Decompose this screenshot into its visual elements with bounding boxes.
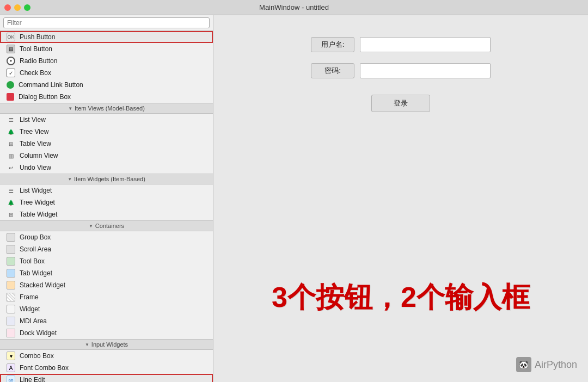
sidebar-item-tool-button[interactable]: ▤ Tool Button bbox=[0, 43, 213, 55]
sidebar-item-list-widget[interactable]: ☰ List Widget bbox=[0, 184, 213, 196]
tab-widget-label: Tab Widget bbox=[20, 269, 52, 277]
line-edit-label: Line Edit bbox=[20, 376, 45, 382]
sidebar-item-font-combo-box[interactable]: A Font Combo Box bbox=[0, 362, 213, 374]
tree-view-icon: 🌲 bbox=[7, 127, 15, 136]
dialog-button-label: Dialog Button Box bbox=[19, 93, 71, 101]
undo-view-icon: ↩ bbox=[7, 163, 15, 172]
list-view-label: List View bbox=[20, 116, 46, 124]
sidebar-item-frame[interactable]: Frame bbox=[0, 291, 213, 303]
username-input[interactable] bbox=[360, 37, 491, 52]
right-panel: 用户名: 密码: 登录 3个按钮，2个输入框 🐼 AirPython bbox=[213, 15, 588, 382]
watermark-icon: 🐼 bbox=[516, 357, 531, 372]
sidebar-item-dialog-button-box[interactable]: Dialog Button Box bbox=[0, 91, 213, 103]
combo-box-icon: ▾ bbox=[7, 352, 15, 360]
list-widget-label: List Widget bbox=[20, 187, 52, 194]
sidebar-item-tool-box[interactable]: Tool Box bbox=[0, 255, 213, 267]
sidebar-item-push-button[interactable]: OK Push Button bbox=[0, 31, 213, 43]
radio-button-icon bbox=[7, 57, 15, 65]
sidebar-item-radio-button[interactable]: Radio Button bbox=[0, 55, 213, 67]
tab-widget-icon bbox=[7, 269, 15, 278]
group-box-icon bbox=[7, 233, 15, 242]
tool-button-label: Tool Button bbox=[20, 45, 52, 53]
input-widgets-label: Input Widgets bbox=[91, 341, 128, 348]
section-item-widgets: Item Widgets (Item-Based) bbox=[0, 174, 213, 184]
left-panel: OK Push Button ▤ Tool Button Radio Butto… bbox=[0, 15, 213, 382]
sidebar-item-column-view[interactable]: ▥ Column View bbox=[0, 150, 213, 162]
tree-view-label: Tree View bbox=[20, 128, 48, 135]
undo-view-label: Undo View bbox=[20, 164, 51, 171]
table-widget-label: Table Widget bbox=[20, 211, 57, 218]
filter-bar bbox=[0, 15, 213, 31]
sidebar-item-tab-widget[interactable]: Tab Widget bbox=[0, 267, 213, 279]
sidebar-item-undo-view[interactable]: ↩ Undo View bbox=[0, 162, 213, 174]
watermark: 🐼 AirPython bbox=[516, 357, 577, 372]
window-title: MainWindow - untitled bbox=[259, 3, 329, 11]
widget-icon bbox=[7, 305, 15, 313]
tool-box-label: Tool Box bbox=[20, 257, 45, 265]
font-combo-label: Font Combo Box bbox=[20, 364, 69, 372]
sidebar-item-stacked-widget[interactable]: Stacked Widget bbox=[0, 279, 213, 291]
command-link-label: Command Link Button bbox=[19, 81, 83, 89]
sidebar-item-tree-view[interactable]: 🌲 Tree View bbox=[0, 126, 213, 138]
window-content: 用户名: 密码: 登录 bbox=[213, 15, 588, 382]
sidebar-item-line-edit[interactable]: ab Line Edit bbox=[0, 374, 213, 382]
sidebar-item-dock-widget[interactable]: Dock Widget bbox=[0, 327, 213, 339]
scroll-area-label: Scroll Area bbox=[20, 245, 51, 253]
main-layout: OK Push Button ▤ Tool Button Radio Butto… bbox=[0, 15, 588, 382]
filter-input[interactable] bbox=[3, 17, 210, 28]
sidebar-item-tree-widget[interactable]: 🌲 Tree Widget bbox=[0, 196, 213, 208]
push-button-icon: OK bbox=[7, 33, 15, 41]
tree-widget-label: Tree Widget bbox=[20, 199, 55, 206]
dock-widget-icon bbox=[7, 329, 15, 337]
column-view-icon: ▥ bbox=[7, 151, 15, 160]
username-row: 用户名: bbox=[311, 37, 491, 52]
font-combo-icon: A bbox=[7, 363, 15, 372]
close-button[interactable] bbox=[4, 4, 11, 11]
password-row: 密码: bbox=[311, 63, 491, 78]
item-widgets-label: Item Widgets (Item-Based) bbox=[74, 176, 145, 182]
sidebar-item-table-view[interactable]: ⊞ Table View bbox=[0, 138, 213, 150]
list-view-icon: ☰ bbox=[7, 115, 15, 124]
line-edit-icon: ab bbox=[7, 375, 15, 382]
sidebar-item-group-box[interactable]: Group Box bbox=[0, 231, 213, 243]
sidebar-item-mdi-area[interactable]: MDI Area bbox=[0, 315, 213, 327]
titlebar-buttons bbox=[4, 4, 30, 11]
push-button-label: Push Button bbox=[20, 33, 55, 41]
radio-button-label: Radio Button bbox=[20, 57, 57, 65]
minimize-button[interactable] bbox=[14, 4, 21, 11]
maximize-button[interactable] bbox=[24, 4, 30, 11]
section-containers: Containers bbox=[0, 220, 213, 231]
scroll-area-icon bbox=[7, 245, 15, 254]
username-label: 用户名: bbox=[311, 37, 354, 52]
password-input[interactable] bbox=[360, 63, 491, 78]
watermark-text: AirPython bbox=[535, 359, 577, 371]
login-button[interactable]: 登录 bbox=[371, 95, 430, 112]
dock-widget-label: Dock Widget bbox=[20, 329, 57, 337]
stacked-widget-icon bbox=[7, 281, 15, 289]
stacked-widget-label: Stacked Widget bbox=[20, 281, 65, 289]
sidebar-item-widget[interactable]: Widget bbox=[0, 303, 213, 315]
titlebar: MainWindow - untitled bbox=[0, 0, 588, 15]
item-views-label: Item Views (Model-Based) bbox=[75, 105, 145, 112]
check-box-icon: ✓ bbox=[7, 69, 15, 77]
section-input-widgets: Input Widgets bbox=[0, 339, 213, 350]
dialog-button-icon bbox=[7, 93, 14, 101]
frame-icon bbox=[7, 293, 15, 301]
list-widget-icon: ☰ bbox=[7, 186, 15, 195]
sidebar-item-table-widget[interactable]: ⊞ Table Widget bbox=[0, 208, 213, 220]
column-view-label: Column View bbox=[20, 152, 58, 159]
group-box-label: Group Box bbox=[20, 233, 51, 241]
containers-label: Containers bbox=[95, 223, 124, 229]
sidebar-item-command-link-button[interactable]: Command Link Button bbox=[0, 79, 213, 91]
password-label: 密码: bbox=[311, 63, 354, 78]
sidebar-item-list-view[interactable]: ☰ List View bbox=[0, 114, 213, 126]
sidebar-item-check-box[interactable]: ✓ Check Box bbox=[0, 67, 213, 79]
sidebar-item-scroll-area[interactable]: Scroll Area bbox=[0, 243, 213, 255]
table-widget-icon: ⊞ bbox=[7, 210, 15, 219]
table-view-icon: ⊞ bbox=[7, 139, 15, 148]
sidebar-list: OK Push Button ▤ Tool Button Radio Butto… bbox=[0, 31, 213, 382]
tree-widget-icon: 🌲 bbox=[7, 198, 15, 207]
check-box-label: Check Box bbox=[20, 69, 51, 77]
section-item-views: Item Views (Model-Based) bbox=[0, 103, 213, 114]
sidebar-item-combo-box[interactable]: ▾ Combo Box bbox=[0, 350, 213, 362]
